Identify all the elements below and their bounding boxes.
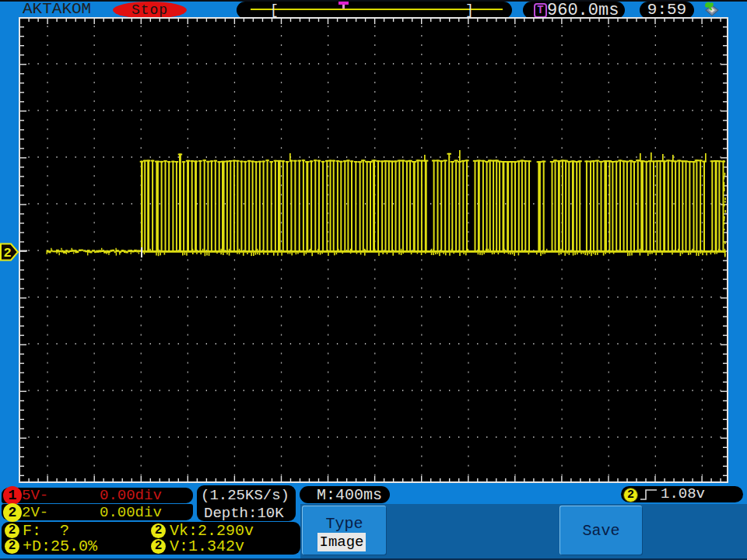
svg-text:2: 2: [4, 246, 12, 261]
